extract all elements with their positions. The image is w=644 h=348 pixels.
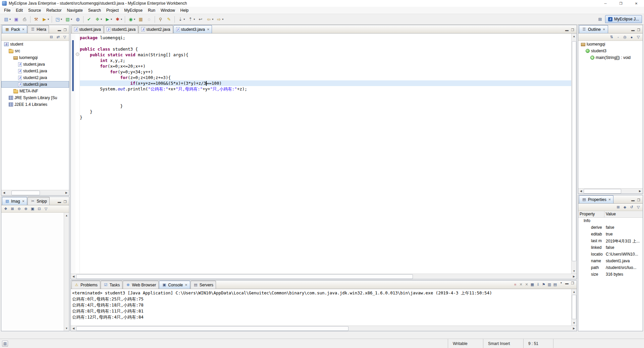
scroll-up-icon[interactable]: ▲ — [572, 33, 577, 39]
editor-hscrollbar[interactable]: ◀ ▶ — [71, 274, 577, 279]
database-explorer-button[interactable]: ◍ — [73, 15, 82, 23]
scroll-right-icon[interactable]: ▶ — [64, 190, 69, 196]
collapse-marker-icon[interactable]: − — [76, 53, 79, 56]
menu-run[interactable]: Run — [145, 7, 158, 13]
menu-myeclipse[interactable]: MyEclipse — [121, 7, 145, 13]
close-tab-icon[interactable]: ✕ — [207, 28, 210, 31]
outline-tree[interactable]: luomengqistudent3Smain(String[]) : void — [578, 41, 643, 188]
pan-icon[interactable]: ❖ — [3, 206, 9, 212]
search-button[interactable]: ⚲ — [156, 15, 165, 23]
restore-window-button[interactable]: ❐ — [613, 0, 629, 7]
maximize-view-icon[interactable]: ❐ — [636, 28, 641, 32]
minimize-view-icon[interactable]: ▬ — [57, 28, 62, 32]
forward-dropdown-icon[interactable]: ▾ — [222, 18, 223, 21]
menu-navigate[interactable]: Navigate — [64, 7, 85, 13]
console-output[interactable]: <terminated> student3 [Java Application]… — [71, 289, 571, 326]
scrollbar-thumb[interactable] — [76, 326, 348, 331]
scroll-up-icon[interactable]: ▲ — [64, 213, 69, 218]
remove-all-launches-icon[interactable]: ✕ — [524, 281, 529, 287]
restore-defaults-icon[interactable]: ↺ — [629, 204, 635, 210]
new-report-button[interactable]: ▧▾ — [63, 15, 73, 23]
tree-item-student2-java[interactable]: Jstudent2.java — [1, 74, 69, 81]
console-tab-problems[interactable]: ⚠Problems — [71, 281, 100, 289]
scroll-up-icon[interactable]: ▲ — [572, 289, 577, 294]
next-annotation-dropdown-icon[interactable]: ▾ — [183, 18, 185, 21]
debug-dropdown-icon[interactable]: ▾ — [101, 18, 102, 21]
property-row-info[interactable]: Info — [578, 218, 643, 224]
minimize-view-icon[interactable]: ▬ — [565, 28, 569, 32]
open-perspective-icon[interactable]: ⊞ — [596, 15, 604, 23]
scrollbar-thumb[interactable] — [584, 189, 621, 194]
scroll-down-icon[interactable]: ▼ — [572, 268, 577, 274]
new-wizard-button[interactable]: ▤▾ — [2, 15, 12, 23]
maximize-view-icon[interactable]: ❐ — [570, 281, 575, 287]
value-column-header[interactable]: Value — [604, 211, 643, 217]
print-button[interactable]: ⎙ — [20, 15, 29, 23]
tree-item-student-java[interactable]: Jstudent.java — [1, 61, 69, 68]
property-row-name[interactable]: namestudent1.java — [578, 258, 643, 265]
debug-button[interactable]: ❉▾ — [93, 15, 103, 23]
minimize-view-icon[interactable]: ▬ — [631, 28, 635, 32]
last-edit-location-button[interactable]: ↩ — [196, 15, 205, 23]
select-icon[interactable]: ⊠ — [9, 206, 15, 212]
external-tools-dropdown-icon[interactable]: ▾ — [121, 18, 122, 21]
maximize-view-icon[interactable]: ❐ — [636, 198, 641, 202]
hide-static-members-icon[interactable]: ◎ — [622, 34, 628, 40]
hide-non-public-icon[interactable]: ● — [629, 34, 635, 40]
new-web-project-button[interactable]: ◳▾ — [53, 15, 63, 23]
terminate-icon[interactable]: ■ — [513, 281, 518, 287]
editor-tab-student1-java[interactable]: Jstudent1.java — [104, 25, 138, 33]
open-console-dropdown-icon[interactable]: ▾ — [559, 281, 564, 287]
zoom-100-icon[interactable]: ▣ — [30, 206, 36, 212]
property-row-last-m[interactable]: last m2019年4月3日 上... — [578, 238, 643, 245]
maximize-view-icon[interactable]: ❐ — [63, 28, 67, 32]
perspective-myeclipse-button[interactable]: J MyEclipse J... — [605, 15, 642, 23]
mark-occurrences-button[interactable]: ✎ — [165, 15, 173, 23]
scroll-left-icon[interactable]: ◀ — [1, 190, 7, 196]
view-menu-icon[interactable]: ▽ — [635, 34, 641, 40]
close-window-button[interactable]: ✕ — [629, 0, 644, 7]
outline-item-luomengqi[interactable]: luomengqi — [578, 41, 643, 48]
editor-tab-student2-java[interactable]: Jstudent2.java — [139, 25, 173, 33]
hide-fields-icon[interactable]: ◦ — [615, 34, 621, 40]
console-tab-console[interactable]: ▣Console✕ — [159, 281, 190, 289]
zoom-out-icon[interactable]: ⊖ — [16, 206, 22, 212]
new-java-package-button[interactable]: ▦ — [137, 15, 145, 23]
minimize-view-icon[interactable]: ▬ — [631, 198, 635, 202]
new-web-project-dropdown-icon[interactable]: ▾ — [61, 18, 62, 21]
sort-icon[interactable]: ⇅ — [608, 34, 614, 40]
tree-item-jre-system-library-su[interactable]: JRE System Library [Su — [1, 94, 69, 101]
close-tab-icon[interactable]: ✕ — [603, 28, 605, 31]
package-explorer-tab-hiera[interactable]: ☰Hiera — [28, 25, 49, 33]
tree-item-meta-inf[interactable]: META-INF — [1, 88, 69, 94]
tree-item-student3-java[interactable]: Jstudent3.java — [1, 81, 69, 88]
clear-console-icon[interactable]: ▦ — [530, 281, 535, 287]
package-explorer-tree[interactable]: JstudentsrcluomengqiJstudent.javaJstuden… — [1, 41, 69, 190]
tree-item-luomengqi[interactable]: luomengqi — [1, 54, 69, 61]
scrollbar-thumb[interactable] — [572, 41, 576, 262]
scroll-left-icon[interactable]: ◀ — [71, 274, 76, 279]
property-row-derive[interactable]: derivefalse — [578, 224, 643, 231]
console-hscrollbar[interactable]: ◀ ▶ — [71, 326, 577, 331]
tree-item-j2ee-1-4-libraries[interactable]: J2EE 1.4 Libraries — [1, 101, 69, 108]
property-row-linked[interactable]: linkedfalse — [578, 245, 643, 251]
tree-item-student1-java[interactable]: Jstudent1.java — [1, 68, 69, 74]
properties-tab-properties[interactable]: ▤Properties✕ — [579, 195, 613, 203]
next-annotation-button[interactable]: ⇣▾ — [176, 15, 186, 23]
run-server-button[interactable]: ▶▾ — [40, 15, 50, 23]
image-vscrollbar[interactable]: ▲ ▼ — [64, 213, 69, 331]
menu-project[interactable]: Project — [104, 7, 121, 13]
property-row-size[interactable]: size316 bytes — [578, 271, 643, 278]
editor-tab-student3-java[interactable]: Jstudent3.java✕ — [173, 25, 212, 33]
view-menu-icon[interactable]: ▽ — [62, 34, 68, 40]
property-row-path[interactable]: path/student/src/luo... — [578, 265, 643, 271]
menu-search[interactable]: Search — [86, 7, 104, 13]
package-explorer-tab-pack[interactable]: ▦Pack✕ — [2, 25, 27, 33]
run-server-dropdown-icon[interactable]: ▾ — [48, 18, 49, 21]
close-tab-icon[interactable]: ✕ — [608, 198, 611, 201]
maximize-view-icon[interactable]: ❐ — [63, 200, 67, 204]
view-menu-icon[interactable]: ▽ — [635, 204, 641, 210]
maximize-view-icon[interactable]: ❐ — [570, 28, 575, 32]
editor-vscrollbar[interactable]: ▲ ▼ — [571, 33, 577, 274]
outline-tab-outline[interactable]: ☰Outline✕ — [579, 25, 608, 33]
